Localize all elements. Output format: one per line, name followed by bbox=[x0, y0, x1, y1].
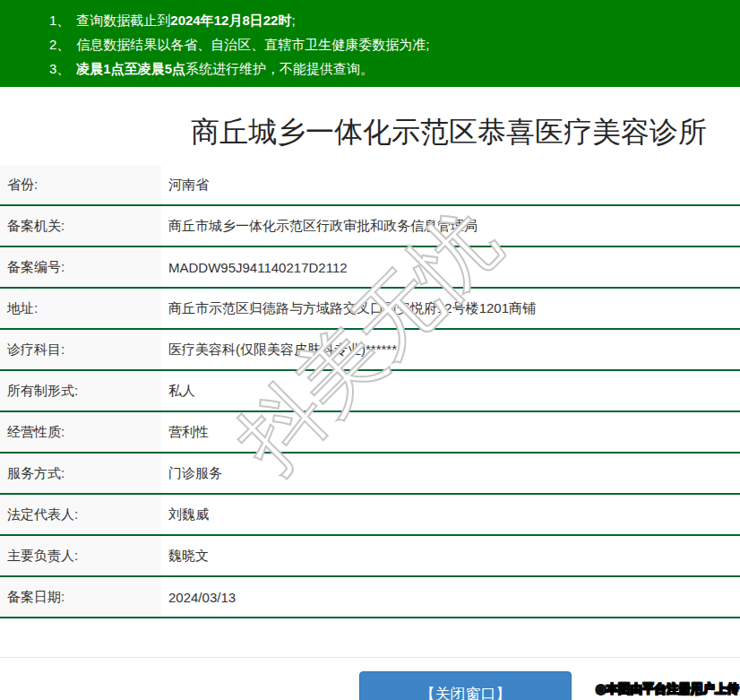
row-value: 营利性 bbox=[161, 411, 740, 453]
row-label: 法定代表人: bbox=[0, 494, 161, 535]
row-value: MADDW95J941140217D2112 bbox=[161, 246, 740, 288]
notice-line: 1、查询数据截止到2024年12月8日22时; bbox=[49, 8, 740, 32]
row-label: 诊疗科目: bbox=[0, 329, 161, 370]
close-window-button[interactable]: 【关闭窗口】 bbox=[359, 671, 572, 700]
row-label: 省份: bbox=[0, 165, 161, 205]
row-value: 医疗美容科(仅限美容皮肤科专业)****** bbox=[161, 329, 740, 370]
table-row: 经营性质: 营利性 bbox=[0, 411, 740, 453]
table-row: 所有制形式: 私人 bbox=[0, 370, 740, 411]
table-row: 省份: 河南省 bbox=[0, 165, 740, 205]
notice-banner: 1、查询数据截止到2024年12月8日22时; 2、信息数据结果以各省、自治区、… bbox=[0, 0, 740, 87]
table-row: 备案机关: 商丘市城乡一体化示范区行政审批和政务信息管理局 bbox=[0, 205, 740, 246]
upload-credit-watermark: ◎本图由平台注册用户上传 bbox=[596, 681, 739, 697]
notice-text-bold: 2024年12月8日22时 bbox=[170, 13, 291, 28]
row-value: 私人 bbox=[161, 370, 740, 411]
table-row: 备案日期: 2024/03/13 bbox=[0, 576, 740, 618]
row-value: 门诊服务 bbox=[161, 453, 740, 494]
footer-divider bbox=[0, 657, 740, 658]
notice-line: 2、信息数据结果以各省、自治区、直辖市卫生健康委数据为准; bbox=[49, 32, 740, 56]
row-value: 商丘市城乡一体化示范区行政审批和政务信息管理局 bbox=[161, 205, 740, 246]
table-row: 服务方式: 门诊服务 bbox=[0, 453, 740, 494]
page: 1、查询数据截止到2024年12月8日22时; 2、信息数据结果以各省、自治区、… bbox=[0, 0, 740, 700]
notice-number: 1、 bbox=[49, 13, 70, 28]
row-value: 魏晓文 bbox=[161, 535, 740, 576]
table-row: 备案编号: MADDW95J941140217D2112 bbox=[0, 246, 740, 288]
row-label: 经营性质: bbox=[0, 411, 161, 453]
row-value: 河南省 bbox=[161, 165, 740, 205]
table-row: 主要负责人: 魏晓文 bbox=[0, 535, 740, 576]
notice-number: 2、 bbox=[49, 37, 70, 52]
row-label: 备案编号: bbox=[0, 246, 161, 288]
row-label: 服务方式: bbox=[0, 453, 161, 494]
notice-text: 系统进行维护，不能提供查询。 bbox=[185, 61, 374, 76]
facility-table: 省份: 河南省 备案机关: 商丘市城乡一体化示范区行政审批和政务信息管理局 备案… bbox=[0, 165, 740, 618]
notice-line: 3、凌晨1点至凌晨5点系统进行维护，不能提供查询。 bbox=[49, 56, 740, 81]
notice-text: 查询数据截止到 bbox=[76, 13, 170, 28]
table-row: 诊疗科目: 医疗美容科(仅限美容皮肤科专业)****** bbox=[0, 329, 740, 370]
row-value: 2024/03/13 bbox=[161, 576, 740, 618]
notice-text-bold: 凌晨1点至凌晨5点 bbox=[76, 61, 185, 76]
row-label: 备案机关: bbox=[0, 205, 161, 246]
table-row: 地址: 商丘市示范区归德路与方域路交叉口国安悦府12号楼1201商铺 bbox=[0, 288, 740, 329]
row-label: 地址: bbox=[0, 288, 161, 329]
page-title: 商丘城乡一体化示范区恭喜医疗美容诊所 bbox=[191, 113, 707, 152]
row-value: 刘魏威 bbox=[161, 494, 740, 535]
table-row: 法定代表人: 刘魏威 bbox=[0, 494, 740, 535]
notice-text: 信息数据结果以各省、自治区、直辖市卫生健康委数据为准; bbox=[76, 37, 429, 52]
row-label: 所有制形式: bbox=[0, 370, 161, 411]
notice-number: 3、 bbox=[49, 61, 70, 76]
row-label: 备案日期: bbox=[0, 576, 161, 618]
row-label: 主要负责人: bbox=[0, 535, 161, 576]
notice-text: ; bbox=[291, 13, 295, 28]
row-value: 商丘市示范区归德路与方域路交叉口国安悦府12号楼1201商铺 bbox=[161, 288, 740, 329]
